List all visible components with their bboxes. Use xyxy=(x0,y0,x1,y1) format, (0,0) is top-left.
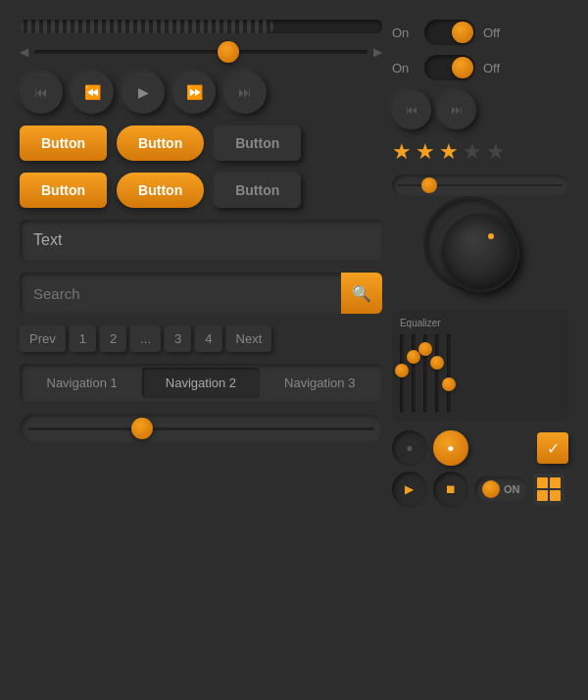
search-button[interactable]: 🔍 xyxy=(341,273,382,314)
rewind-button[interactable]: ⏮ xyxy=(20,71,63,114)
star-1[interactable]: ★ xyxy=(392,139,412,165)
toggle-row-2: On Off xyxy=(392,55,568,80)
progress-bar[interactable] xyxy=(20,20,382,33)
bottom-slider-thumb[interactable] xyxy=(131,418,153,439)
page-4-button[interactable]: 4 xyxy=(195,325,221,352)
r-prev-button[interactable]: ⏮ xyxy=(392,90,431,129)
toggle-1-knob xyxy=(452,22,473,43)
eq-track-2[interactable] xyxy=(412,334,416,413)
toggle-1[interactable] xyxy=(424,20,475,45)
star-5[interactable]: ★ xyxy=(486,139,506,165)
media-controls: ⏮ ⏪ ▶ ⏩ ⏭ xyxy=(20,71,382,114)
button-5[interactable]: Button xyxy=(117,173,204,208)
circle-dark-btn-3[interactable]: ⏹ xyxy=(433,472,468,507)
navigation-tabs: Navigation 1 Navigation 2 Navigation 3 xyxy=(20,364,382,402)
grid-button[interactable] xyxy=(533,474,564,505)
grid-cell-1 xyxy=(537,477,548,488)
search-input[interactable] xyxy=(20,275,341,313)
eq-thumb-3[interactable] xyxy=(418,342,432,356)
equalizer-label: Equalizer xyxy=(400,318,561,328)
next-button[interactable]: Next xyxy=(226,325,272,352)
slider-left-arrow[interactable]: ◀ xyxy=(20,45,28,59)
circle-dark-btn-1[interactable]: ● xyxy=(392,430,427,466)
progress-fill xyxy=(20,20,273,33)
knob-indicator xyxy=(488,233,494,239)
end-icon: ⏭ xyxy=(238,84,252,100)
text-input[interactable] xyxy=(20,220,382,261)
eq-slider-1[interactable] xyxy=(400,334,404,413)
circle-inner-icon-2: ▶ xyxy=(405,482,414,496)
equalizer: Equalizer xyxy=(392,310,568,421)
button-4[interactable]: Button xyxy=(20,173,107,208)
toggle-1-on-label: On xyxy=(392,25,416,40)
forward-icon: ⏩ xyxy=(186,84,203,100)
eq-slider-3[interactable] xyxy=(423,334,427,413)
slider-container: ◀ ▶ xyxy=(20,45,382,59)
slider-thumb[interactable] xyxy=(218,41,239,63)
nav-tab-3[interactable]: Navigation 3 xyxy=(262,368,378,398)
check-button[interactable]: ✓ xyxy=(537,432,568,464)
knob-wrap xyxy=(433,206,527,300)
toggle-2[interactable] xyxy=(424,55,475,80)
small-slider[interactable] xyxy=(392,175,568,196)
bottom-slider[interactable] xyxy=(20,414,382,443)
eq-slider-2[interactable] xyxy=(412,334,416,413)
button-3[interactable]: Button xyxy=(214,125,301,161)
eq-thumb-1[interactable] xyxy=(395,364,409,377)
grid-cell-3 xyxy=(537,490,548,501)
forward-button[interactable]: ⏩ xyxy=(172,71,216,114)
eq-thumb-5[interactable] xyxy=(442,377,456,391)
slider-right-arrow[interactable]: ▶ xyxy=(373,45,382,59)
toggle-2-off-label: Off xyxy=(483,61,508,75)
search-container: 🔍 xyxy=(20,273,382,314)
nav-tab-2[interactable]: Navigation 2 xyxy=(142,368,259,398)
eq-track-1[interactable] xyxy=(400,334,404,413)
page-3-button[interactable]: 3 xyxy=(165,325,191,352)
eq-slider-5[interactable] xyxy=(447,334,451,413)
button-6[interactable]: Button xyxy=(214,173,301,208)
star-rating[interactable]: ★ ★ ★ ★ ★ xyxy=(392,139,568,165)
r-next-button[interactable]: ⏭ xyxy=(437,90,476,129)
button-1[interactable]: Button xyxy=(20,125,107,161)
circle-inner-icon-3: ⏹ xyxy=(445,482,457,496)
knob-container xyxy=(392,206,568,300)
check-icon: ✓ xyxy=(547,439,560,458)
eq-track-3[interactable] xyxy=(423,334,427,413)
slider-track[interactable] xyxy=(34,50,368,54)
page-1-button[interactable]: 1 xyxy=(70,325,96,352)
bottom-widgets: ● ● ✓ ▶ ⏹ ON xyxy=(392,430,568,507)
star-2[interactable]: ★ xyxy=(416,139,435,165)
page-ellipsis: ... xyxy=(130,325,161,352)
r-next-icon: ⏭ xyxy=(451,103,463,117)
button-2[interactable]: Button xyxy=(117,125,204,161)
toggle-1-off-label: Off xyxy=(483,25,508,40)
eq-slider-4[interactable] xyxy=(435,334,439,413)
on-pill-toggle[interactable]: ON xyxy=(474,476,528,502)
toggle-2-knob xyxy=(452,57,473,78)
end-button[interactable]: ⏭ xyxy=(223,71,267,114)
small-slider-thumb[interactable] xyxy=(421,177,437,193)
eq-thumb-4[interactable] xyxy=(430,356,444,370)
right-panel: On Off On Off ⏮ ⏭ ★ ★ ★ ★ xyxy=(392,20,568,507)
star-3[interactable]: ★ xyxy=(439,139,459,165)
widget-row-2: ▶ ⏹ ON xyxy=(392,472,568,507)
rotary-knob[interactable] xyxy=(441,214,519,292)
right-media-controls: ⏮ ⏭ xyxy=(392,90,568,129)
star-4[interactable]: ★ xyxy=(463,139,482,165)
circle-orange-btn-1[interactable]: ● xyxy=(433,430,468,466)
nav-tab-1[interactable]: Navigation 1 xyxy=(24,368,140,398)
play-icon: ▶ xyxy=(138,84,149,100)
eq-sliders xyxy=(400,334,561,413)
play-button[interactable]: ▶ xyxy=(122,71,165,114)
rewind-icon: ⏮ xyxy=(34,84,48,100)
back-icon: ⏪ xyxy=(84,84,101,100)
eq-track-5[interactable] xyxy=(447,334,451,413)
on-pill-knob xyxy=(482,480,500,498)
circle-dark-btn-2[interactable]: ▶ xyxy=(392,472,427,507)
prev-button[interactable]: Prev xyxy=(20,325,66,352)
on-label: ON xyxy=(504,483,520,495)
eq-track-4[interactable] xyxy=(435,334,439,413)
back-button[interactable]: ⏪ xyxy=(71,71,114,114)
circle-orange-icon-1: ● xyxy=(447,441,454,455)
page-2-button[interactable]: 2 xyxy=(100,325,126,352)
